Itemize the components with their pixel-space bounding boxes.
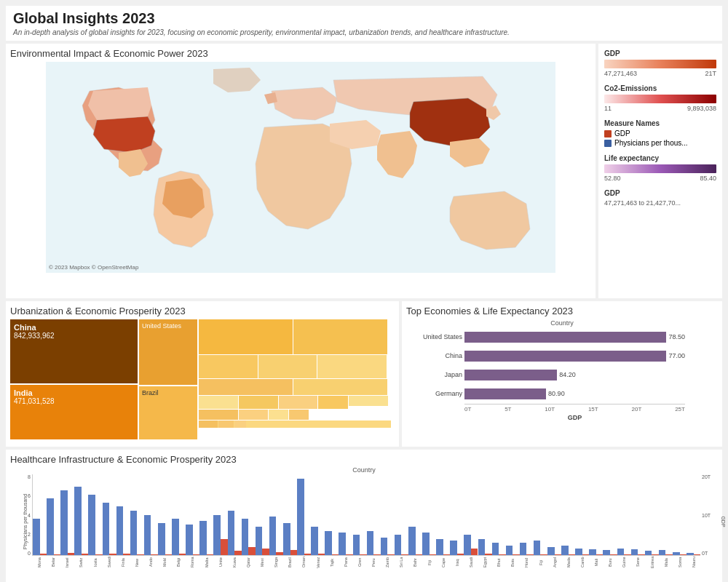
hc-country-x-label: Soma: [673, 556, 687, 569]
hc-bar-group: [213, 474, 227, 555]
hc-country-x-label: Belar: [46, 556, 60, 569]
hc-country-x-label: Egypt: [478, 556, 491, 569]
hc-country-x-label: Zamb: [380, 556, 394, 569]
life-legend: Life expectancy 52.80 85.40: [604, 154, 716, 182]
gdp-gradient-bar: [604, 60, 716, 68]
hc-bar-group: [631, 474, 645, 555]
hc-bar-group: [673, 474, 687, 555]
map-area: © 2023 Mapbox © OpenStreetMap: [10, 62, 591, 273]
bar-value-japan: 84.20: [559, 371, 576, 378]
economies-section: Top Economies & Life Expectancy 2023 Cou…: [402, 301, 722, 447]
bar-fill-japan: [464, 370, 557, 380]
bar-chart: United States 78.50 China 77.00 Japan 84…: [406, 330, 718, 436]
life-legend-label: Life expectancy: [604, 154, 716, 162]
hc-country-x-label: Oman: [296, 556, 310, 569]
bar-fill-china: [464, 351, 666, 362]
hc-country-x-label: Pana: [339, 556, 352, 569]
hc-country-x-label: Mona: [32, 556, 46, 569]
measure-names-legend: Measure Names GDP Physicians per thous..…: [604, 119, 716, 147]
bar-label-germany: Germany: [408, 390, 462, 397]
hc-bar-group: [116, 474, 130, 555]
bar-label-japan: Japan: [408, 371, 462, 378]
life-legend-range: 52.80 85.40: [604, 175, 716, 182]
hc-bar-group: [645, 474, 659, 555]
treemap-india: India 471,031,528: [10, 385, 138, 439]
hc-bar-group: [144, 474, 158, 555]
gdp-range-value: 47,271,463 to 21,427,70...: [604, 199, 716, 207]
hc-bar-group: [450, 474, 464, 555]
hc-bar-group: [464, 474, 478, 555]
hc-country-x-label: Roma: [185, 556, 199, 569]
co2-gradient-bar: [604, 95, 716, 103]
hc-country-x-label: Brazil: [282, 556, 296, 569]
hc-bar-group: [228, 474, 242, 555]
hc-bar-group: [367, 474, 381, 555]
gdp-legend: GDP 47,271,463 21T: [604, 49, 716, 77]
hc-country-x-label: Iraq: [450, 556, 464, 569]
india-label: India: [14, 388, 134, 397]
measure-gdp-label: GDP: [614, 129, 630, 137]
urbanization-section: Urbanization & Economic Prosperity 2023 …: [6, 301, 399, 447]
measure-gdp-item: GDP: [604, 129, 716, 137]
hc-bar-group: [199, 474, 213, 555]
physicians-dot: [604, 140, 612, 147]
bar-label-us: United States: [408, 333, 462, 340]
measure-physicians-label: Physicians per thous...: [614, 139, 688, 147]
page-title: Global Insights 2023: [13, 10, 715, 27]
hc-country-x-label: Sri La: [394, 556, 408, 569]
bar-value-china: 77.00: [668, 352, 685, 359]
map-title: Environmental Impact & Economic Power 20…: [10, 48, 591, 59]
hc-country-x-label: Mada: [561, 556, 575, 569]
hc-country-x-label: Sene: [630, 556, 644, 569]
svg-text:© 2023 Mapbox © OpenStreetMap: © 2023 Mapbox © OpenStreetMap: [49, 264, 139, 271]
hc-bar-group: [186, 474, 199, 555]
co2-legend-label: Co2-Emissions: [604, 84, 716, 92]
hc-bar-group: [103, 474, 116, 555]
map-section: Environmental Impact & Economic Power 20…: [6, 44, 596, 298]
gdp-dot: [604, 130, 612, 137]
hc-bar-group: [33, 474, 47, 555]
bar-row-china: China 77.00: [464, 348, 685, 363]
hc-country-x-label: Eritrea: [645, 556, 659, 569]
hc-bar-group: [283, 474, 297, 555]
hc-bar-group: [422, 474, 436, 555]
hc-bar-group: [408, 474, 422, 555]
hc-country-x-label: Mala: [659, 556, 673, 569]
hc-bar-group: [687, 474, 700, 555]
bar-fill-us: [464, 332, 666, 343]
hc-country-x-label: Saudi: [464, 556, 478, 569]
hc-country-x-label: Switz: [74, 556, 87, 569]
bar-value-us: 78.50: [668, 333, 685, 340]
measure-names-label: Measure Names: [604, 119, 716, 127]
hc-bar-group: [130, 474, 144, 555]
hc-country-x-label: Unite: [213, 556, 227, 569]
page-subtitle: An in-depth analysis of global insights …: [13, 28, 715, 36]
hc-bar-group: [353, 474, 367, 555]
india-value: 471,031,528: [14, 397, 134, 405]
hc-country-x-label: Malta: [199, 556, 213, 569]
hc-country-x-label: Fiji: [422, 556, 436, 569]
treemap-left: China 842,933,962 India 471,031,528: [10, 319, 138, 439]
hc-country-x-label: Nauru: [687, 556, 700, 569]
x-axis: 0T5T10T15T20T25T: [464, 404, 685, 412]
hc-country-x-label: Angol: [547, 556, 561, 569]
hc-y-left-title: Physicians per thousand: [23, 494, 28, 549]
hc-bar-group: [311, 474, 325, 555]
hc-bar-group: [617, 474, 631, 555]
x-axis-label: GDP: [464, 414, 685, 421]
measure-physicians-item: Physicians per thous...: [604, 139, 716, 147]
hc-bar-group: [603, 474, 617, 555]
hc-bar-group: [659, 474, 673, 555]
hc-country-x-label: Finla: [116, 556, 130, 569]
hc-bar-group: [506, 474, 520, 555]
treemap-us: United States: [139, 319, 197, 385]
bar-value-germany: 80.90: [548, 390, 565, 397]
hc-y-right-title: GDP: [721, 516, 726, 527]
hc-country-x-label: Belgi: [171, 556, 185, 569]
hc-bar-group: [242, 474, 256, 555]
co2-legend-range: 11 9,893,038: [604, 105, 716, 112]
treemap-brazil: Brazil: [139, 386, 197, 439]
hc-chart-wrapper: 86420 20T10T0T Physicians per thousand G…: [10, 474, 718, 569]
hc-bar-group: [395, 474, 408, 555]
legend-panel: GDP 47,271,463 21T Co2-Emissions 11 9,89…: [598, 44, 722, 298]
